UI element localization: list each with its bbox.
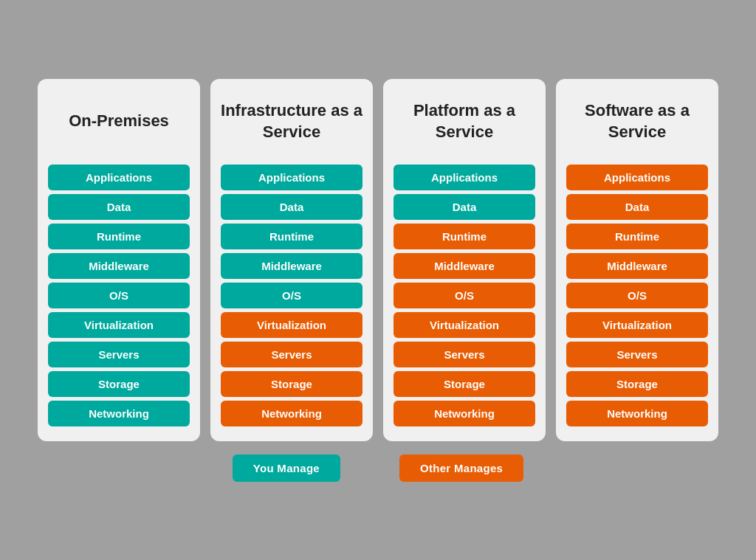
item-saas-8: Networking: [566, 401, 708, 426]
item-paas-5: Virtualization: [394, 312, 535, 338]
column-title-on-premises: On-Premises: [69, 92, 169, 151]
other-manages-button[interactable]: Other Manages: [399, 454, 523, 482]
item-on-premises-2: Runtime: [48, 224, 190, 249]
item-saas-5: Virtualization: [566, 312, 708, 338]
item-on-premises-3: Middleware: [48, 253, 190, 279]
item-saas-7: Storage: [566, 371, 708, 397]
item-saas-4: O/S: [566, 283, 708, 308]
item-iaas-0: Applications: [221, 165, 362, 190]
item-on-premises-7: Storage: [48, 371, 190, 397]
item-saas-2: Runtime: [566, 224, 708, 249]
item-on-premises-4: O/S: [48, 283, 190, 308]
item-on-premises-1: Data: [48, 194, 190, 220]
item-on-premises-0: Applications: [48, 165, 190, 190]
item-paas-4: O/S: [394, 283, 535, 308]
column-title-iaas: Infrastructure as a Service: [221, 92, 362, 151]
item-iaas-2: Runtime: [221, 224, 362, 249]
item-paas-2: Runtime: [394, 224, 535, 249]
columns-row: On-PremisesApplicationsDataRuntimeMiddle…: [15, 79, 741, 441]
item-iaas-1: Data: [221, 194, 362, 220]
column-title-paas: Platform as a Service: [394, 92, 535, 151]
item-on-premises-6: Servers: [48, 342, 190, 367]
item-on-premises-8: Networking: [48, 401, 190, 426]
stack-saas: ApplicationsDataRuntimeMiddlewareO/SVirt…: [566, 165, 708, 426]
item-iaas-7: Storage: [221, 371, 362, 397]
column-paas: Platform as a ServiceApplicationsDataRun…: [383, 79, 546, 441]
stack-paas: ApplicationsDataRuntimeMiddlewareO/SVirt…: [394, 165, 535, 426]
column-title-saas: Software as a Service: [566, 92, 708, 151]
item-paas-7: Storage: [394, 371, 535, 397]
item-iaas-5: Virtualization: [221, 312, 362, 338]
item-iaas-8: Networking: [221, 401, 362, 426]
item-saas-6: Servers: [566, 342, 708, 367]
column-saas: Software as a ServiceApplicationsDataRun…: [556, 79, 718, 441]
item-iaas-4: O/S: [221, 283, 362, 308]
item-paas-1: Data: [394, 194, 535, 220]
stack-iaas: ApplicationsDataRuntimeMiddlewareO/SVirt…: [221, 165, 362, 426]
item-iaas-3: Middleware: [221, 253, 362, 279]
stack-on-premises: ApplicationsDataRuntimeMiddlewareO/SVirt…: [48, 165, 190, 426]
legend-row: You Manage Other Manages: [15, 454, 741, 482]
main-container: On-PremisesApplicationsDataRuntimeMiddle…: [15, 79, 741, 482]
item-paas-6: Servers: [394, 342, 535, 367]
item-on-premises-5: Virtualization: [48, 312, 190, 338]
item-paas-3: Middleware: [394, 253, 535, 279]
you-manage-button[interactable]: You Manage: [233, 454, 340, 482]
item-iaas-6: Servers: [221, 342, 362, 367]
item-paas-0: Applications: [394, 165, 535, 190]
column-iaas: Infrastructure as a ServiceApplicationsD…: [210, 79, 373, 441]
item-saas-0: Applications: [566, 165, 708, 190]
item-paas-8: Networking: [394, 401, 535, 426]
item-saas-3: Middleware: [566, 253, 708, 279]
item-saas-1: Data: [566, 194, 708, 220]
column-on-premises: On-PremisesApplicationsDataRuntimeMiddle…: [38, 79, 200, 441]
